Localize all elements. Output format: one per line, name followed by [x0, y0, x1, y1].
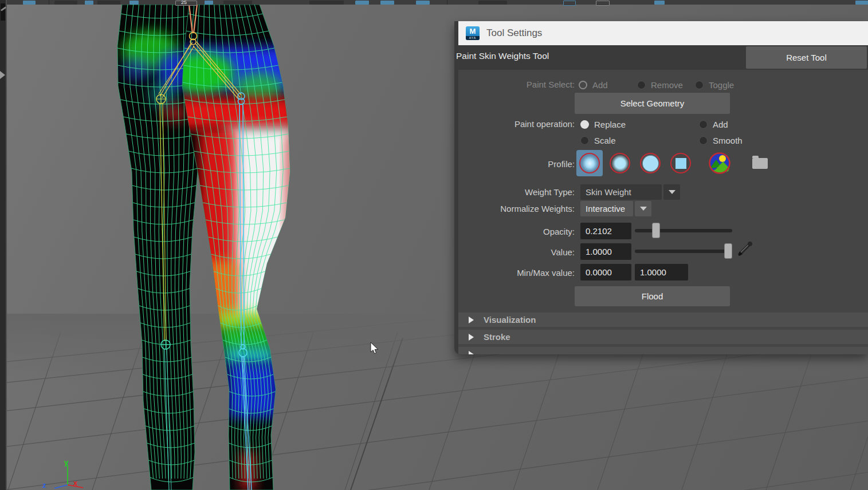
radio-icon	[695, 81, 704, 89]
value-input[interactable]: 1.0000	[580, 243, 631, 260]
paint-operation-label: Paint operation:	[458, 119, 575, 129]
browse-brush-folder-button[interactable]	[747, 150, 773, 176]
toolbar-button[interactable]	[355, 1, 369, 5]
square-brush-button[interactable]	[667, 150, 694, 176]
solid-brush-icon	[643, 156, 658, 171]
toolbar-button[interactable]	[478, 1, 507, 5]
toolbox-icon[interactable]	[1, 3, 5, 21]
image-brush-icon	[708, 151, 732, 175]
folder-icon	[752, 158, 768, 169]
chevron-right-icon	[469, 334, 474, 341]
toolbar-separator	[49, 0, 49, 5]
radio-icon	[699, 136, 708, 145]
radio-icon	[699, 120, 708, 129]
visualization-section-header[interactable]: Visualization	[458, 313, 868, 327]
axis-x-label: x	[73, 479, 77, 487]
maya-icon: M AYA	[466, 26, 480, 40]
chevron-right-icon	[469, 317, 474, 323]
radio-icon	[580, 120, 589, 129]
paint-operation-add-radio[interactable]: Add	[699, 118, 728, 130]
paint-operation-replace-radio[interactable]: Replace	[580, 118, 626, 130]
paint-select-label: Paint Select:	[458, 80, 575, 89]
toolbar-button[interactable]	[654, 1, 665, 5]
window-title: Tool Settings	[486, 27, 542, 39]
radio-icon	[637, 81, 646, 89]
toolbar-button[interactable]	[205, 1, 213, 5]
opacity-slider-handle[interactable]	[652, 223, 660, 238]
paint-select-toggle-radio[interactable]: Toggle	[695, 79, 734, 90]
toolbar-button[interactable]	[129, 1, 139, 5]
toolbar-button[interactable]	[97, 1, 120, 5]
brush-ring	[640, 153, 661, 173]
weight-type-dropdown[interactable]: Skin Weight	[580, 184, 662, 200]
toolbar-button[interactable]	[23, 1, 36, 5]
brush-ring	[579, 153, 600, 173]
toolbar-button[interactable]	[380, 1, 394, 5]
opacity-slider-track[interactable]	[635, 229, 732, 232]
opacity-input[interactable]: 0.2102	[580, 223, 631, 239]
mouse-cursor	[370, 342, 380, 356]
toolbar-button[interactable]	[855, 1, 868, 5]
eyedropper-icon[interactable]	[737, 240, 755, 257]
viewport-toolbar[interactable]: 25	[6, 0, 868, 5]
tool-settings-content: Paint Select: Add Remove Toggle Select G…	[458, 70, 868, 350]
left-toolbox-edge	[0, 0, 7, 490]
toolbar-field[interactable]	[596, 1, 610, 6]
brush-ring	[670, 153, 691, 173]
opacity-label: Opacity:	[458, 227, 575, 236]
gaussian-brush-icon	[581, 155, 599, 172]
toolbar-button[interactable]	[309, 1, 344, 5]
tool-settings-window: M AYA Tool Settings Paint Skin Weights T…	[454, 21, 868, 354]
soft-brush-button[interactable]	[607, 150, 633, 176]
profile-label: Profile:	[458, 159, 575, 169]
max-value-input[interactable]: 1.0000	[635, 264, 688, 280]
toolbar-button[interactable]	[223, 1, 252, 5]
value-slider-track[interactable]	[635, 250, 732, 253]
flood-button[interactable]: Flood	[575, 286, 730, 306]
value-label: Value:	[458, 247, 575, 257]
normalize-weights-label: Normalize Weights:	[458, 204, 575, 214]
paint-operation-smooth-radio[interactable]: Smooth	[699, 135, 743, 146]
chevron-right-icon	[469, 351, 474, 355]
paint-operation-scale-radio[interactable]: Scale	[580, 135, 616, 146]
tool-name: Paint Skin Weights Tool	[456, 51, 549, 61]
paint-select-add-radio[interactable]: Add	[579, 79, 608, 90]
partial-section-header[interactable]	[458, 347, 868, 354]
toolbar-separator	[447, 0, 447, 5]
min-value-input[interactable]: 0.0000	[580, 264, 631, 280]
tool-header-bar: Paint Skin Weights Tool Reset Tool	[454, 45, 868, 70]
radio-icon	[580, 136, 589, 145]
weight-type-dropdown-arrow[interactable]	[663, 184, 680, 200]
value-slider-handle[interactable]	[724, 243, 732, 259]
stroke-section-header[interactable]: Stroke	[458, 330, 868, 344]
solid-brush-button[interactable]	[637, 150, 663, 176]
image-brush-button[interactable]	[706, 150, 733, 176]
axis-z-label: z	[42, 481, 46, 489]
window-titlebar[interactable]: M AYA Tool Settings	[458, 21, 868, 45]
weight-type-label: Weight Type:	[458, 187, 575, 197]
square-brush-icon	[675, 158, 686, 169]
toolbox-arrow-icon[interactable]	[0, 71, 5, 79]
select-geometry-button[interactable]: Select Geometry	[575, 93, 730, 114]
maya-application: 25 y z x M AYA Tool Settings Pai	[0, 0, 868, 490]
brush-ring	[610, 153, 630, 173]
axis-y-label: y	[64, 458, 68, 467]
normalize-weights-dropdown-arrow[interactable]	[635, 201, 651, 216]
paint-select-remove-radio[interactable]: Remove	[637, 79, 683, 90]
soft-gaussian-brush-button[interactable]	[576, 150, 603, 176]
toolbar-button-active[interactable]	[563, 1, 576, 6]
division-count: 25	[181, 0, 187, 5]
toolbar-button[interactable]	[54, 1, 77, 5]
normalize-weights-dropdown[interactable]: Interactive	[580, 201, 633, 216]
toolbar-button[interactable]	[416, 1, 430, 5]
soft-brush-icon	[611, 155, 629, 172]
reset-tool-button[interactable]: Reset Tool	[746, 46, 867, 69]
min-max-label: Min/Max value:	[458, 268, 575, 278]
radio-icon	[579, 81, 587, 89]
toolbar-button[interactable]	[85, 1, 93, 5]
